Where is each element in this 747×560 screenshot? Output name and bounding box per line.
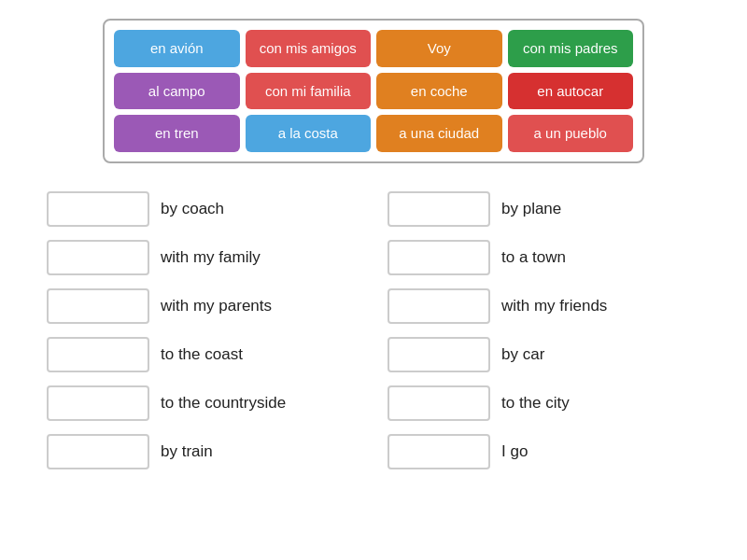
word-tile-a-la-costa[interactable]: a la costa [246,115,372,152]
answer-box-match-igo[interactable] [388,434,490,469]
match-row-left-1: with my family [47,240,359,275]
match-label-match-friends: with my friends [501,297,607,315]
match-label-match-town: to a town [501,248,566,267]
answer-box-match-city[interactable] [388,385,490,421]
match-label-match-plane: by plane [501,200,561,218]
match-row-right-5: I go [388,434,700,469]
match-row-right-2: with my friends [388,288,700,324]
answer-box-match-countryside[interactable] [47,385,149,421]
word-tile-en-autocar[interactable]: en autocar [508,73,634,110]
match-label-match-coach: by coach [161,200,224,218]
match-area: by coachby planewith my familyto a townw… [19,191,728,469]
answer-box-match-town[interactable] [388,240,490,275]
match-row-right-0: by plane [388,191,700,227]
word-tile-en-tren[interactable]: en tren [114,115,240,152]
answer-box-match-family[interactable] [47,240,149,275]
match-label-match-parents: with my parents [161,297,272,315]
match-row-right-3: by car [388,337,700,372]
match-row-left-5: by train [47,434,359,469]
match-row-left-3: to the coast [47,337,359,372]
word-tile-en-coche[interactable]: en coche [376,73,502,110]
match-row-left-4: to the countryside [47,385,359,421]
word-tile-con-mis-padres[interactable]: con mis padres [508,30,634,67]
answer-box-match-plane[interactable] [388,191,490,227]
word-tile-a-una-ciudad[interactable]: a una ciudad [376,115,502,152]
match-row-left-2: with my parents [47,288,359,324]
match-label-match-igo: I go [501,442,528,461]
match-label-match-family: with my family [161,248,261,267]
word-tile-a-un-pueblo[interactable]: a un pueblo [508,115,634,152]
word-bank: en avióncon mis amigosVoycon mis padresa… [103,19,644,163]
answer-box-match-friends[interactable] [388,288,490,324]
match-row-right-1: to a town [388,240,700,275]
match-row-right-4: to the city [388,385,700,421]
match-label-match-coast: to the coast [161,345,243,364]
answer-box-match-train[interactable] [47,434,149,469]
word-tile-con-mis-amigos[interactable]: con mis amigos [246,30,372,67]
answer-box-match-car[interactable] [388,337,490,372]
word-tile-al-campo[interactable]: al campo [114,73,240,110]
match-label-match-city: to the city [501,394,570,413]
answer-box-match-coach[interactable] [47,191,149,227]
answer-box-match-parents[interactable] [47,288,149,324]
match-label-match-countryside: to the countryside [161,394,286,413]
match-label-match-train: by train [161,442,213,461]
word-tile-voy[interactable]: Voy [376,30,502,67]
match-label-match-car: by car [501,345,544,364]
word-tile-con-mi-familia[interactable]: con mi familia [246,73,372,110]
answer-box-match-coast[interactable] [47,337,149,372]
word-tile-en-avion[interactable]: en avión [114,30,240,67]
match-row-left-0: by coach [47,191,359,227]
